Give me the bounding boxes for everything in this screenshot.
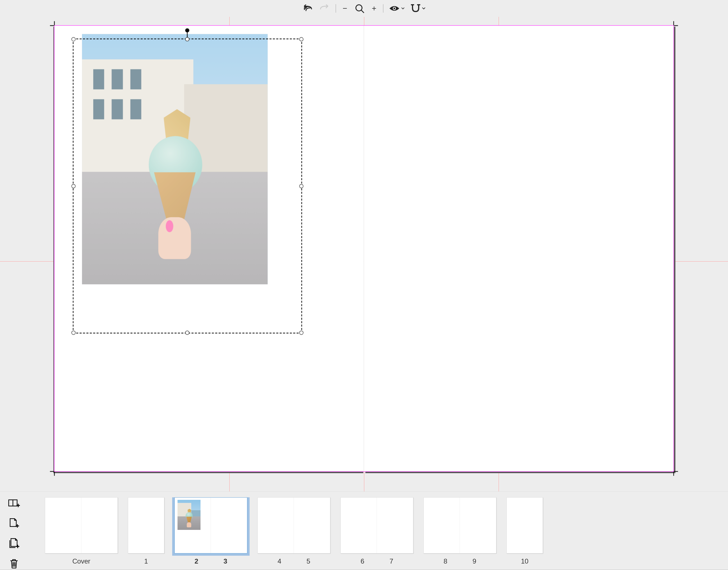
thumb-photo	[177, 500, 200, 530]
resize-handle-mr[interactable]	[299, 184, 303, 188]
thumb-cover-box[interactable]	[45, 497, 118, 553]
trim-mark	[673, 21, 674, 25]
top-toolbar: − +	[0, 0, 728, 17]
page-navigator: Cover 1	[0, 492, 728, 570]
zoom-reset-button[interactable]	[354, 3, 365, 14]
view-button[interactable]	[389, 3, 405, 14]
redo-button[interactable]	[319, 3, 330, 14]
resize-handle-bm[interactable]	[185, 331, 189, 335]
page-spread[interactable]	[54, 25, 674, 472]
thumb-10[interactable]: 10	[507, 497, 543, 565]
duplicate-page-button[interactable]	[8, 538, 20, 550]
add-spread-button[interactable]	[8, 497, 20, 509]
thumb-1-box[interactable]	[128, 497, 164, 553]
toolbar-separator-2	[383, 4, 384, 13]
resize-handle-br[interactable]	[299, 331, 303, 335]
thumb-8-9-box[interactable]	[424, 497, 496, 553]
thumb-6-7[interactable]: 67	[340, 497, 414, 565]
page-left[interactable]	[54, 25, 364, 472]
thumb-2-3-box[interactable]	[174, 497, 247, 553]
resize-handle-tr[interactable]	[299, 37, 303, 41]
thumb-cover[interactable]: Cover	[45, 497, 118, 565]
thumb-label: 1	[128, 557, 164, 565]
svg-line-1	[361, 10, 364, 13]
thumb-label: Cover	[45, 557, 118, 565]
app-root: − +	[0, 0, 728, 570]
thumb-4-5-box[interactable]	[257, 497, 330, 553]
thumb-10-box[interactable]	[507, 497, 543, 553]
trim-mark	[50, 471, 54, 472]
trim-mark	[54, 21, 55, 25]
thumb-6-7-box[interactable]	[340, 497, 414, 553]
trim-mark	[54, 472, 55, 476]
thumb-2-3[interactable]: 23	[174, 497, 247, 565]
resize-handle-bl[interactable]	[71, 331, 75, 335]
resize-handle-ml[interactable]	[71, 184, 75, 188]
trim-mark	[674, 471, 678, 472]
add-page-after-button[interactable]	[8, 518, 20, 529]
placed-photo[interactable]	[82, 34, 267, 284]
thumb-label: 10	[507, 557, 543, 565]
thumb-4-5[interactable]: 45	[257, 497, 330, 565]
trim-mark	[674, 25, 678, 26]
svg-point-3	[394, 8, 395, 9]
canvas-area[interactable]	[0, 17, 728, 492]
zoom-in-button[interactable]: +	[371, 4, 378, 13]
thumb-8-9[interactable]: 89	[424, 497, 496, 565]
resize-handle-tl[interactable]	[71, 37, 75, 41]
thumb-label: 45	[257, 557, 330, 565]
thumbnail-strip[interactable]: Cover 1	[28, 497, 728, 565]
trim-mark	[673, 472, 674, 476]
page-actions	[0, 497, 28, 570]
delete-page-button[interactable]	[8, 558, 20, 570]
thumb-1[interactable]: 1	[128, 497, 164, 565]
thumb-label: 89	[424, 557, 496, 565]
page-right[interactable]	[364, 25, 674, 472]
thumb-label: 23	[174, 557, 247, 565]
snap-button[interactable]	[410, 3, 426, 14]
trim-mark	[50, 25, 54, 26]
thumb-label: 67	[340, 557, 414, 565]
zoom-out-button[interactable]: −	[341, 4, 348, 13]
resize-handle-tm[interactable]	[185, 37, 189, 41]
